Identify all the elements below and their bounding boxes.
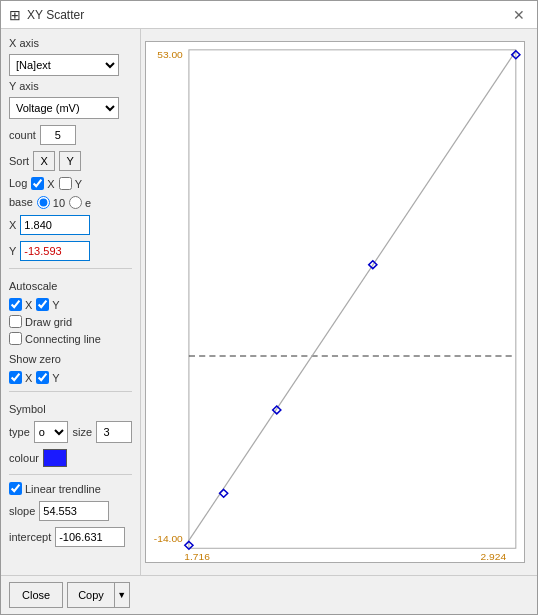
symbol-section-label: Symbol bbox=[9, 403, 132, 415]
base-label: base bbox=[9, 196, 33, 208]
autoscale-x-label[interactable]: X bbox=[9, 298, 32, 311]
show-zero-row: X Y bbox=[9, 371, 132, 384]
main-content: X axis [Na]ext Y axis Voltage (mV) count… bbox=[1, 29, 537, 575]
show-zero-label: Show zero bbox=[9, 353, 132, 365]
symbol-colour-label: colour bbox=[9, 452, 39, 464]
divider-2 bbox=[9, 391, 132, 392]
sort-label: Sort bbox=[9, 155, 29, 167]
sort-y-button[interactable]: Y bbox=[59, 151, 81, 171]
y-value-label: Y bbox=[9, 245, 16, 257]
symbol-size-label: size bbox=[72, 426, 92, 438]
title-bar: ⊞ XY Scatter ✕ bbox=[1, 1, 537, 29]
bottom-bar: Close Copy ▼ bbox=[1, 575, 537, 614]
show-zero-x-checkbox[interactable] bbox=[9, 371, 22, 384]
symbol-type-select[interactable]: o bbox=[34, 421, 69, 443]
divider-1 bbox=[9, 268, 132, 269]
slope-input[interactable] bbox=[39, 501, 109, 521]
svg-text:53.00: 53.00 bbox=[157, 49, 183, 60]
symbol-colour-row: colour bbox=[9, 449, 132, 467]
count-label: count bbox=[9, 129, 36, 141]
chart-svg: 53.00 -14.00 1.716 2.924 bbox=[146, 42, 524, 562]
count-input[interactable] bbox=[40, 125, 76, 145]
log-x-label[interactable]: X bbox=[31, 177, 54, 190]
base-e-radio[interactable] bbox=[69, 196, 82, 209]
x-value-label: X bbox=[9, 219, 16, 231]
sort-row: Sort X Y bbox=[9, 151, 132, 171]
copy-button[interactable]: Copy bbox=[67, 582, 114, 608]
base-e-label[interactable]: e bbox=[69, 196, 91, 209]
log-y-checkbox[interactable] bbox=[59, 177, 72, 190]
scatter-icon: ⊞ bbox=[9, 7, 21, 23]
yaxis-select[interactable]: Voltage (mV) bbox=[9, 97, 119, 119]
window-title: XY Scatter bbox=[27, 8, 84, 22]
autoscale-y-checkbox[interactable] bbox=[36, 298, 49, 311]
left-panel: X axis [Na]ext Y axis Voltage (mV) count… bbox=[1, 29, 141, 575]
chart-area: 53.00 -14.00 1.716 2.924 bbox=[141, 29, 537, 575]
copy-dropdown-button[interactable]: ▼ bbox=[114, 582, 130, 608]
autoscale-label: Autoscale bbox=[9, 280, 132, 292]
intercept-row: intercept bbox=[9, 527, 132, 547]
connecting-line-checkbox[interactable] bbox=[9, 332, 22, 345]
connecting-line-label[interactable]: Connecting line bbox=[9, 332, 132, 345]
base-row: base 10 e bbox=[9, 196, 132, 209]
xaxis-select[interactable]: [Na]ext bbox=[9, 54, 119, 76]
count-row: count bbox=[9, 125, 132, 145]
svg-text:-14.00: -14.00 bbox=[154, 534, 183, 545]
linear-trendline-label[interactable]: Linear trendline bbox=[9, 482, 132, 495]
colour-swatch[interactable] bbox=[43, 449, 67, 467]
autoscale-y-label[interactable]: Y bbox=[36, 298, 59, 311]
log-label: Log bbox=[9, 177, 27, 189]
log-y-label[interactable]: Y bbox=[59, 177, 82, 190]
show-zero-y-label[interactable]: Y bbox=[36, 371, 59, 384]
intercept-input[interactable] bbox=[55, 527, 125, 547]
slope-label: slope bbox=[9, 505, 35, 517]
slope-row: slope bbox=[9, 501, 132, 521]
show-zero-y-checkbox[interactable] bbox=[36, 371, 49, 384]
window-close-button[interactable]: ✕ bbox=[509, 5, 529, 25]
symbol-type-label: type bbox=[9, 426, 30, 438]
yaxis-label: Y axis bbox=[9, 80, 132, 92]
autoscale-x-checkbox[interactable] bbox=[9, 298, 22, 311]
chart-container: 53.00 -14.00 1.716 2.924 bbox=[145, 41, 525, 563]
sort-x-button[interactable]: X bbox=[33, 151, 55, 171]
autoscale-row: X Y bbox=[9, 298, 132, 311]
linear-trendline-checkbox[interactable] bbox=[9, 482, 22, 495]
draw-grid-checkbox[interactable] bbox=[9, 315, 22, 328]
log-x-checkbox[interactable] bbox=[31, 177, 44, 190]
title-bar-left: ⊞ XY Scatter bbox=[9, 7, 84, 23]
symbol-type-size-row: type o size bbox=[9, 421, 132, 443]
base-10-label[interactable]: 10 bbox=[37, 196, 65, 209]
x-value-input[interactable] bbox=[20, 215, 90, 235]
divider-3 bbox=[9, 474, 132, 475]
xy-scatter-window: ⊞ XY Scatter ✕ X axis [Na]ext Y axis Vol… bbox=[0, 0, 538, 615]
symbol-size-input[interactable] bbox=[96, 421, 132, 443]
svg-text:2.924: 2.924 bbox=[481, 551, 507, 562]
xaxis-label: X axis bbox=[9, 37, 132, 49]
close-button[interactable]: Close bbox=[9, 582, 63, 608]
copy-button-group: Copy ▼ bbox=[67, 582, 130, 608]
y-value-input[interactable] bbox=[20, 241, 90, 261]
show-zero-x-label[interactable]: X bbox=[9, 371, 32, 384]
y-value-row: Y bbox=[9, 241, 132, 261]
log-row: Log X Y bbox=[9, 177, 132, 190]
base-10-radio[interactable] bbox=[37, 196, 50, 209]
intercept-label: intercept bbox=[9, 531, 51, 543]
svg-text:1.716: 1.716 bbox=[184, 551, 210, 562]
x-value-row: X bbox=[9, 215, 132, 235]
draw-grid-label[interactable]: Draw grid bbox=[9, 315, 132, 328]
